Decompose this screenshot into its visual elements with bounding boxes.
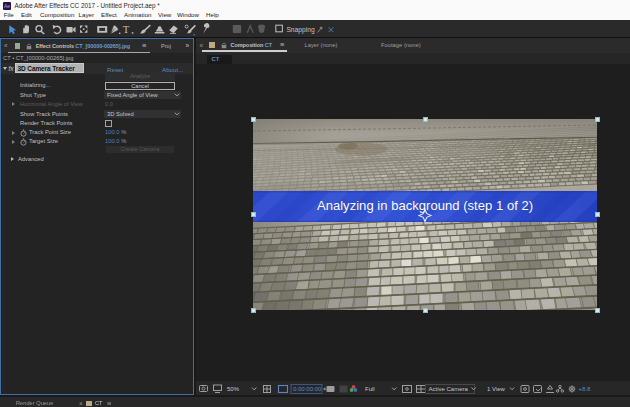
svg-text:Full: Full [365, 386, 375, 392]
svg-text:50%: 50% [227, 386, 240, 392]
svg-text:Snapping: Snapping [286, 25, 315, 33]
svg-text:Active Camera: Active Camera [429, 386, 469, 392]
svg-text:T: T [123, 23, 130, 35]
svg-text:0:00:00:00: 0:00:00:00 [293, 386, 322, 392]
svg-text:1 View: 1 View [487, 386, 506, 392]
svg-text:+8.8: +8.8 [579, 386, 592, 392]
